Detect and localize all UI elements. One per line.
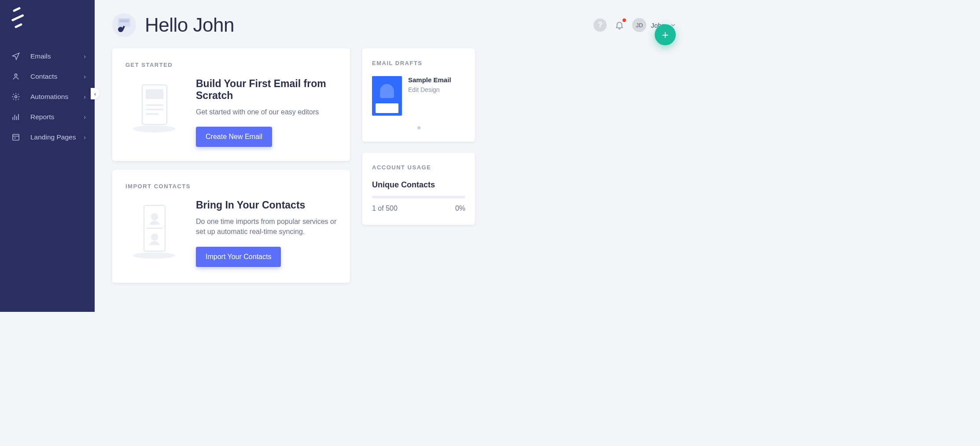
gear-icon: [11, 92, 21, 102]
svg-point-15: [151, 213, 158, 220]
draft-item[interactable]: Sample Email Edit Design: [372, 76, 465, 116]
sidebar-item-reports[interactable]: Reports ›: [0, 107, 95, 127]
greeting-illustration: [112, 13, 136, 37]
sidebar-item-contacts[interactable]: Contacts ›: [0, 66, 95, 87]
card-kicker: IMPORT CONTACTS: [125, 183, 337, 190]
sidebar-item-label: Reports: [30, 113, 54, 121]
card-text: Do one time imports from popular service…: [196, 216, 337, 237]
chevron-right-icon: ›: [84, 73, 86, 80]
usage-metric-label: Unique Contacts: [372, 180, 465, 190]
panel-title: EMAIL DRAFTS: [372, 60, 465, 66]
bar-chart-icon: [11, 112, 21, 122]
import-contacts-card: IMPORT CONTACTS Bring In Your Contacts D…: [112, 170, 350, 282]
card-title: Bring In Your Contacts: [196, 199, 337, 211]
svg-point-13: [133, 252, 175, 259]
sidebar-item-label: Landing Pages: [30, 133, 76, 141]
svg-rect-4: [119, 19, 129, 22]
chevron-left-icon: ‹: [94, 91, 96, 97]
panel-title: ACCOUNT USAGE: [372, 164, 465, 171]
svg-rect-9: [146, 89, 163, 99]
svg-rect-12: [146, 113, 159, 115]
create-new-email-button[interactable]: Create New Email: [196, 127, 272, 147]
sidebar-item-landing-pages[interactable]: Landing Pages ›: [0, 127, 95, 147]
contacts-illustration: [125, 199, 183, 259]
notification-dot: [623, 18, 626, 22]
page-header: Hello John ? JD John: [112, 10, 677, 40]
edit-design-link[interactable]: Edit Design: [408, 86, 451, 93]
draft-title: Sample Email: [408, 76, 451, 84]
sidebar-item-label: Contacts: [30, 73, 57, 80]
sidebar-item-automations[interactable]: Automations ›: [0, 87, 95, 107]
svg-rect-10: [146, 104, 163, 106]
app-logo[interactable]: [8, 7, 27, 29]
notifications-button[interactable]: [614, 19, 625, 31]
svg-point-1: [15, 96, 17, 98]
account-usage-panel: ACCOUNT USAGE Unique Contacts 1 of 500 0…: [362, 153, 475, 225]
draft-thumbnail: [372, 76, 402, 116]
chevron-right-icon: ›: [84, 53, 86, 60]
svg-point-17: [151, 234, 158, 241]
sidebar-item-label: Automations: [30, 93, 68, 101]
sidebar-item-emails[interactable]: Emails ›: [0, 46, 95, 66]
email-drafts-panel: EMAIL DRAFTS Sample Email Edit Design: [362, 48, 475, 142]
sidebar-collapse-toggle[interactable]: ‹: [91, 88, 99, 99]
greeting-text: Hello John: [145, 14, 234, 36]
page-icon: [11, 132, 21, 142]
usage-count: 1 of 500: [372, 205, 398, 212]
card-kicker: GET STARTED: [125, 62, 337, 68]
carousel-dot[interactable]: [417, 126, 420, 129]
svg-point-0: [15, 74, 17, 76]
main-column: GET STARTED Build Your First Email from …: [112, 48, 350, 292]
help-button[interactable]: ?: [593, 18, 607, 32]
chevron-right-icon: ›: [84, 93, 86, 100]
user-initials: JD: [632, 18, 646, 32]
create-fab[interactable]: +: [655, 24, 676, 45]
paper-plane-icon: [11, 51, 21, 61]
carousel-dots: [372, 126, 465, 129]
import-contacts-button[interactable]: Import Your Contacts: [196, 247, 281, 267]
svg-point-7: [133, 125, 175, 132]
usage-percent: 0%: [455, 205, 465, 212]
plus-icon: +: [662, 29, 668, 40]
right-column: EMAIL DRAFTS Sample Email Edit Design AC…: [362, 48, 475, 236]
get-started-card: GET STARTED Build Your First Email from …: [112, 48, 350, 161]
sidebar: Emails › Contacts › Automations › Report…: [0, 0, 95, 312]
card-text: Get started with one of our easy editors: [196, 107, 337, 117]
chevron-right-icon: ›: [84, 134, 86, 141]
svg-rect-2: [13, 134, 19, 140]
email-illustration: [125, 78, 183, 133]
usage-progress-bar: [372, 196, 465, 198]
svg-rect-11: [146, 109, 163, 110]
sidebar-item-label: Emails: [30, 52, 51, 60]
person-icon: [11, 72, 21, 81]
chevron-right-icon: ›: [84, 113, 86, 121]
question-icon: ?: [598, 21, 603, 29]
card-title: Build Your First Email from Scratch: [196, 78, 337, 102]
